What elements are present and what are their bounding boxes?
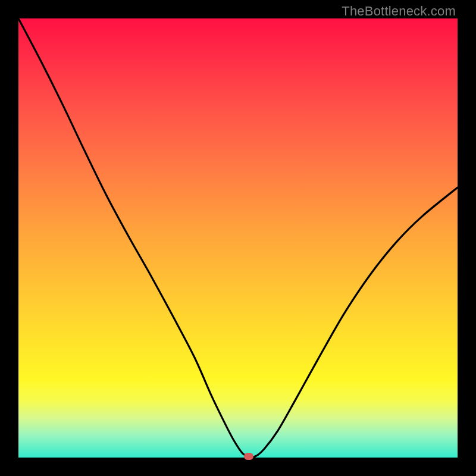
plot-area [18, 18, 458, 458]
chart-frame: TheBottleneck.com [0, 0, 476, 476]
optimal-point-marker [244, 453, 253, 460]
bottleneck-curve [18, 18, 458, 458]
watermark-text: TheBottleneck.com [342, 4, 456, 19]
